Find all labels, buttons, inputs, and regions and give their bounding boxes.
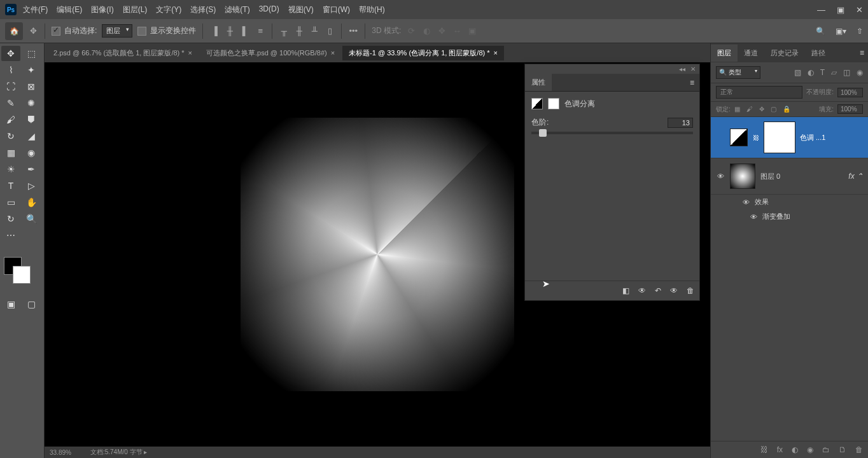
mask-thumb[interactable] xyxy=(764,122,795,153)
layer-name[interactable]: 图层 0 xyxy=(760,172,780,181)
trash-icon[interactable]: 🗑 xyxy=(855,445,863,454)
filter-pixel-icon[interactable]: ▧ xyxy=(794,68,801,77)
home-button[interactable]: 🏠 xyxy=(5,22,23,40)
valign-mid-icon[interactable]: ╫ xyxy=(294,26,304,36)
mask-icon[interactable] xyxy=(548,98,559,109)
close-icon[interactable]: ✕ xyxy=(856,5,863,15)
layer-0[interactable]: 👁 图层 0 fx ⌃ xyxy=(711,158,868,195)
lock-pos-icon[interactable]: ✥ xyxy=(759,106,764,113)
fill-input[interactable]: 100% xyxy=(837,104,863,114)
background-swatch[interactable] xyxy=(13,266,31,284)
doc-tab-3[interactable]: 未标题-1 @ 33.9% (色调分离 1, 图层蒙版/8) *× xyxy=(342,46,504,60)
filter-adj-icon[interactable]: ◐ xyxy=(808,68,814,77)
panel-menu-icon[interactable]: ≡ xyxy=(856,48,868,57)
props-menu-icon[interactable]: ≡ xyxy=(685,78,699,87)
eyedropper-tool[interactable]: ✎ xyxy=(1,95,20,111)
align-left-icon[interactable]: ▐ xyxy=(209,26,220,36)
valign-bot-icon[interactable]: ╨ xyxy=(309,26,319,36)
menu-type[interactable]: 文字(Y) xyxy=(156,4,181,15)
clip-icon[interactable]: ◧ xyxy=(622,286,629,295)
extra-tool[interactable]: ⋯ xyxy=(1,228,20,243)
dodge-tool[interactable]: ☀ xyxy=(1,162,20,177)
rotate-tool[interactable]: ↻ xyxy=(1,211,20,226)
more-options-icon[interactable]: ••• xyxy=(348,26,358,36)
close-tab-icon[interactable]: × xyxy=(494,49,498,57)
adj-icon[interactable]: ◉ xyxy=(807,445,813,454)
3d-cam-icon[interactable]: ▣ xyxy=(467,26,477,36)
menu-help[interactable]: 帮助(H) xyxy=(359,4,385,15)
tab-paths[interactable]: 路径 xyxy=(805,45,832,62)
3d-slide-icon[interactable]: ↔ xyxy=(452,26,462,36)
lock-artboard-icon[interactable]: ▢ xyxy=(771,106,776,113)
fx-badge[interactable]: fx ⌃ xyxy=(848,172,863,181)
close-panel-icon[interactable]: ✕ xyxy=(690,66,696,73)
lock-brush-icon[interactable]: 🖌 xyxy=(746,106,753,113)
menu-image[interactable]: 图像(I) xyxy=(91,4,113,15)
checkbox-icon[interactable] xyxy=(137,27,146,36)
visibility-icon[interactable]: 👁 xyxy=(743,198,750,206)
gradient-tool[interactable]: ▦ xyxy=(1,145,20,160)
menu-select[interactable]: 选择(S) xyxy=(190,4,216,15)
menu-view[interactable]: 视图(V) xyxy=(288,4,314,15)
zoom-tool[interactable]: 🔍 xyxy=(22,211,41,226)
preset-icon[interactable]: 👁 xyxy=(638,286,646,295)
filter-type-icon[interactable]: T xyxy=(820,68,825,77)
menu-window[interactable]: 窗口(W) xyxy=(323,4,350,15)
layer-thumb[interactable] xyxy=(730,163,755,189)
transform-checkbox[interactable]: 显示变换控件 xyxy=(137,25,196,36)
healing-tool[interactable]: ✺ xyxy=(22,95,41,111)
slice-tool[interactable]: ⊠ xyxy=(22,79,41,94)
checkbox-icon[interactable] xyxy=(52,27,60,36)
tab-properties[interactable]: 属性 xyxy=(525,74,552,91)
posterize-icon[interactable] xyxy=(531,98,543,109)
kind-select[interactable]: 🔍 类型 xyxy=(716,66,760,79)
shape-tool[interactable]: ▭ xyxy=(1,195,20,210)
filter-toggle-icon[interactable]: ◉ xyxy=(857,68,863,77)
opacity-input[interactable]: 100% xyxy=(837,88,863,97)
hand-tool[interactable]: ✋ xyxy=(22,195,41,210)
filter-smart-icon[interactable]: ◫ xyxy=(843,68,850,77)
blur-tool[interactable]: ◉ xyxy=(22,145,41,160)
doc-tab-2[interactable]: 可选颜色之换草.psd @ 100%(RGB/8#)× xyxy=(200,46,341,60)
slider-thumb[interactable] xyxy=(539,129,547,137)
color-swatches[interactable] xyxy=(1,257,33,289)
layer-name[interactable]: 色调 ...1 xyxy=(800,133,825,142)
lock-all-icon[interactable]: 🔒 xyxy=(783,106,790,113)
quickmask-tool[interactable]: ▣ xyxy=(1,296,20,312)
minimize-icon[interactable]: — xyxy=(817,5,825,15)
zoom-level[interactable]: 33.89% xyxy=(50,449,71,456)
reset-icon[interactable]: ↶ xyxy=(655,286,661,295)
share-icon[interactable]: ⇧ xyxy=(857,27,863,36)
blend-mode-select[interactable]: 正常 xyxy=(716,86,802,99)
fx-icon[interactable]: fx xyxy=(777,445,783,454)
screenmode-tool[interactable]: ▢ xyxy=(22,296,41,312)
tab-history[interactable]: 历史记录 xyxy=(764,45,805,62)
close-tab-icon[interactable]: × xyxy=(331,49,335,57)
fx-effects[interactable]: 👁 效果 xyxy=(711,195,868,209)
layer-select[interactable]: 图层 xyxy=(102,24,132,38)
levels-input[interactable] xyxy=(668,118,693,128)
maximize-icon[interactable]: ▣ xyxy=(837,5,844,15)
crop-tool[interactable]: ⛶ xyxy=(1,79,20,94)
distribute-icon[interactable]: ▯ xyxy=(325,26,335,36)
collapse-icon[interactable]: ◂◂ xyxy=(679,66,685,73)
type-tool[interactable]: T xyxy=(1,178,20,193)
3d-orbit-icon[interactable]: ⟳ xyxy=(406,26,416,36)
clone-tool[interactable]: ⛊ xyxy=(22,112,41,127)
filter-shape-icon[interactable]: ▱ xyxy=(831,68,837,77)
menu-file[interactable]: 文件(F) xyxy=(23,4,48,15)
levels-slider[interactable] xyxy=(531,132,693,134)
menu-edit[interactable]: 编辑(E) xyxy=(57,4,82,15)
align-right-icon[interactable]: ▌ xyxy=(240,26,250,36)
lasso-tool[interactable]: ⌇ xyxy=(1,62,20,78)
link-icon[interactable]: ⛓ xyxy=(753,134,759,141)
visibility-icon[interactable]: 👁 xyxy=(750,213,757,221)
toggle-vis-icon[interactable]: 👁 xyxy=(670,286,678,295)
move-tool[interactable]: ✥ xyxy=(1,46,20,61)
close-tab-icon[interactable]: × xyxy=(188,49,192,57)
tab-layers[interactable]: 图层 xyxy=(711,45,738,62)
menu-filter[interactable]: 滤镜(T) xyxy=(225,4,249,15)
doc-info[interactable]: 文档:5.74M/0 字节 ▸ xyxy=(90,448,147,457)
doc-tab-1[interactable]: 2.psd @ 66.7% (选取颜色 1, 图层蒙版/8) *× xyxy=(47,46,199,60)
3d-pan-icon[interactable]: ✥ xyxy=(437,26,447,36)
